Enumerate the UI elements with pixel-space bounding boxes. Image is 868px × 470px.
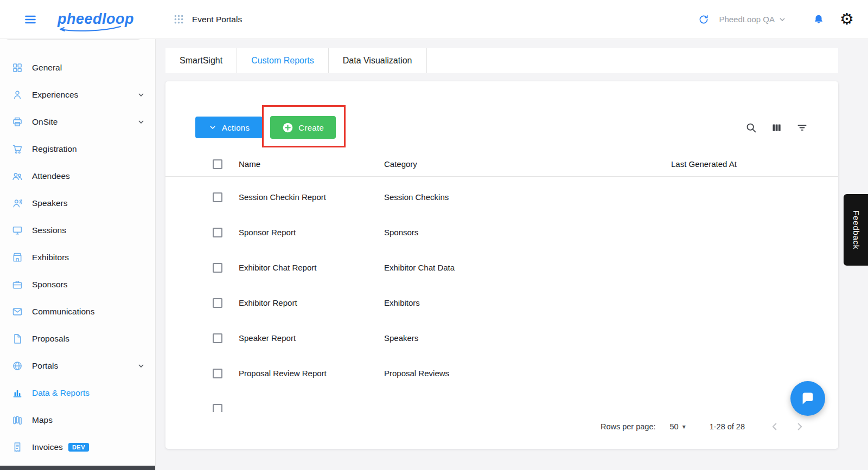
- invoice-icon: [12, 442, 24, 453]
- refresh-icon[interactable]: [698, 14, 709, 25]
- menu-icon[interactable]: [24, 13, 37, 26]
- cart-icon: [12, 144, 24, 154]
- chat-widget-button[interactable]: [790, 381, 825, 416]
- settings-gear-icon[interactable]: ⚙: [840, 11, 854, 27]
- sidebar-item-onsite[interactable]: OnSite: [0, 108, 155, 136]
- tab-data-visualization[interactable]: Data Visualization: [329, 48, 427, 73]
- create-button[interactable]: Create: [270, 116, 336, 139]
- main-content: SmartSight Custom Reports Data Visualiza…: [156, 39, 868, 470]
- sidebar-item-sponsors[interactable]: Sponsors: [0, 271, 155, 298]
- notifications-bell-icon[interactable]: [813, 14, 825, 25]
- sidebar-item-label: Attendees: [32, 171, 70, 181]
- sidebar-item-general[interactable]: General: [0, 54, 155, 81]
- tab-custom-reports[interactable]: Custom Reports: [237, 48, 329, 73]
- table-row-partial: [165, 391, 838, 412]
- row-checkbox[interactable]: [213, 298, 222, 308]
- column-header-name: Name: [239, 159, 384, 169]
- rows-per-page-value: 50: [670, 422, 679, 431]
- map-icon: [12, 415, 24, 426]
- report-category: Sponsors: [384, 228, 671, 237]
- printer-icon: [12, 117, 24, 127]
- person-icon: [12, 89, 24, 100]
- table-tools: [745, 122, 808, 133]
- report-category: Proposal Reviews: [384, 369, 671, 378]
- logo-underline-arrow: [54, 25, 124, 33]
- pagination-range: 1-28 of 28: [710, 422, 745, 431]
- next-page-button[interactable]: [794, 421, 806, 433]
- row-checkbox[interactable]: [213, 228, 222, 237]
- row-checkbox[interactable]: [213, 263, 222, 273]
- sidebar-item-label: General: [32, 63, 62, 73]
- chevron-down-icon: [137, 118, 145, 126]
- sidebar-item-label: Portals: [32, 361, 58, 371]
- search-icon[interactable]: [745, 122, 757, 133]
- row-checkbox[interactable]: [213, 404, 222, 413]
- pheedloop-logo[interactable]: pheedloop: [58, 11, 134, 28]
- report-category: Session Checkins: [384, 192, 671, 202]
- dev-badge: DEV: [68, 443, 89, 452]
- sidebar-item-label: Registration: [32, 144, 77, 154]
- feedback-tab[interactable]: Feedback: [844, 194, 868, 266]
- feedback-label: Feedback: [851, 210, 861, 249]
- previous-page-button[interactable]: [769, 421, 781, 433]
- store-icon: [12, 252, 24, 263]
- sidebar-item-invoices[interactable]: InvoicesDEV: [0, 434, 155, 461]
- table-row: Session Checkin ReportSession Checkins: [165, 179, 838, 215]
- topbar: pheedloop Event Portals PheedLoop QA ⚙: [0, 0, 868, 39]
- report-name: Exhibitor Chat Report: [239, 263, 384, 272]
- account-name: PheedLoop QA: [719, 15, 775, 24]
- actions-button[interactable]: Actions: [195, 117, 263, 138]
- sidebar-item-portals[interactable]: Portals: [0, 352, 155, 379]
- columns-icon[interactable]: [771, 122, 782, 133]
- table-row: Proposal Review ReportProposal Reviews: [165, 356, 838, 391]
- row-checkbox[interactable]: [213, 192, 222, 202]
- sidebar-item-registration[interactable]: Registration: [0, 136, 155, 163]
- sidebar-item-proposals[interactable]: Proposals: [0, 325, 155, 352]
- plus-circle-icon: [282, 122, 293, 133]
- sidebar: GeneralExperiencesOnSiteRegistrationAtte…: [0, 39, 156, 470]
- chart-icon: [12, 388, 24, 398]
- report-category: Exhibitors: [384, 298, 671, 307]
- select-all-checkbox[interactable]: [213, 159, 222, 169]
- sidebar-item-label: OnSite: [32, 117, 58, 127]
- globe-icon: [12, 360, 24, 371]
- topbar-right: Event Portals PheedLoop QA ⚙: [156, 11, 868, 27]
- row-checkbox[interactable]: [213, 369, 222, 378]
- apps-grid-icon[interactable]: [173, 14, 184, 25]
- rows-per-page-select[interactable]: 50 ▾: [670, 422, 686, 431]
- topbar-left: pheedloop: [0, 11, 156, 28]
- sidebar-item-label: Maps: [32, 415, 53, 425]
- table-body: Session Checkin ReportSession CheckinsSp…: [165, 177, 838, 412]
- table-row: Speaker ReportSpeakers: [165, 320, 838, 356]
- chevron-down-icon: [778, 15, 787, 24]
- report-category: Speakers: [384, 333, 671, 343]
- report-name: Speaker Report: [239, 333, 384, 343]
- speaker-icon: [12, 198, 24, 209]
- caret-down-icon: ▾: [682, 423, 686, 430]
- tab-smartsight[interactable]: SmartSight: [165, 48, 237, 73]
- filter-icon[interactable]: [796, 122, 808, 133]
- sidebar-item-data-reports[interactable]: Data & Reports: [0, 379, 155, 407]
- sidebar-item-label: Communications: [32, 307, 94, 317]
- sidebar-item-sessions[interactable]: Sessions: [0, 217, 155, 244]
- sidebar-item-attendees[interactable]: Attendees: [0, 163, 155, 190]
- sidebar-item-exhibitors[interactable]: Exhibitors: [0, 244, 155, 271]
- monitor-icon: [12, 225, 24, 236]
- sidebar-item-speakers[interactable]: Speakers: [0, 190, 155, 217]
- chevron-down-icon: [137, 91, 145, 99]
- actions-button-label: Actions: [222, 123, 250, 132]
- mail-icon: [12, 306, 24, 317]
- table-row: Exhibitor Chat ReportExhibitor Chat Data: [165, 250, 838, 285]
- sidebar-item-experiences[interactable]: Experiences: [0, 81, 155, 108]
- sidebar-list: GeneralExperiencesOnSiteRegistrationAtte…: [0, 54, 155, 461]
- reports-toolbar: Actions Create: [195, 116, 808, 139]
- briefcase-icon: [12, 279, 24, 290]
- sidebar-item-maps[interactable]: Maps: [0, 407, 155, 434]
- sidebar-item-label: Exhibitors: [32, 253, 69, 262]
- report-name: Session Checkin Report: [239, 192, 384, 202]
- sidebar-item-communications[interactable]: Communications: [0, 298, 155, 325]
- chevron-down-icon: [137, 362, 145, 370]
- row-checkbox[interactable]: [213, 333, 222, 343]
- document-icon: [12, 333, 24, 344]
- account-menu[interactable]: PheedLoop QA: [719, 15, 787, 24]
